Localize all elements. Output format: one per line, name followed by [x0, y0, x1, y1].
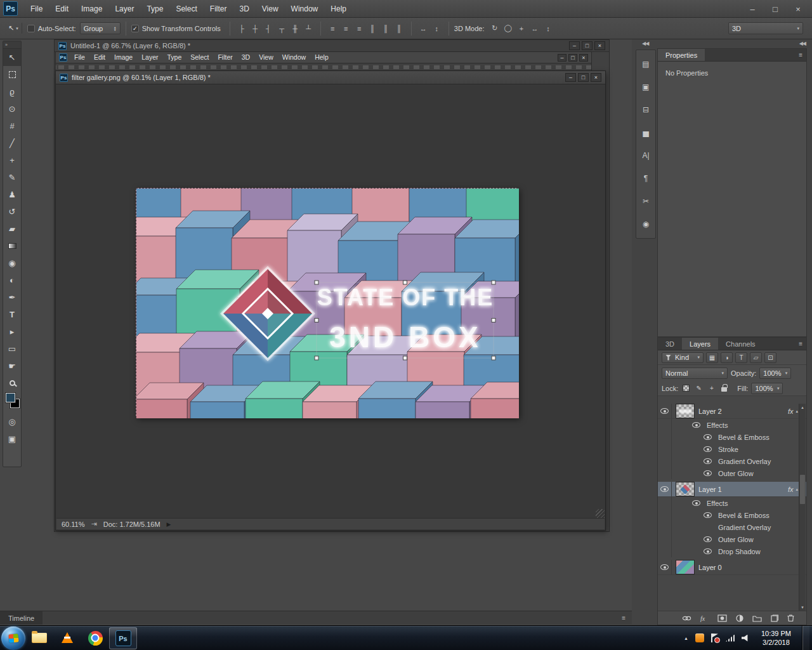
eraser-tool[interactable]: ▰: [3, 220, 21, 237]
crop-tool[interactable]: #: [3, 117, 21, 135]
document-viewport[interactable]: STATE OF THE 3ND BOX: [56, 84, 605, 518]
visibility-toggle[interactable]: [704, 512, 714, 518]
taskbar-vlc-button[interactable]: [53, 626, 81, 650]
character-panel-icon[interactable]: A|: [636, 144, 655, 167]
visibility-toggle[interactable]: [704, 536, 714, 542]
link-layers-icon[interactable]: [682, 614, 691, 622]
restore-icon[interactable]: □: [766, 3, 784, 15]
align-horizontal-centers-icon[interactable]: ┼: [249, 22, 262, 35]
move-tool[interactable]: ↖: [3, 49, 21, 66]
new-layer-icon[interactable]: [770, 614, 778, 622]
effect-row[interactable]: Outer Glow: [658, 533, 806, 545]
canvas[interactable]: STATE OF THE 3ND BOX: [136, 188, 518, 418]
visibility-toggle[interactable]: [704, 458, 714, 464]
notes-panel-icon[interactable]: ✂: [636, 190, 655, 213]
visibility-toggle[interactable]: [658, 560, 672, 574]
opacity-input[interactable]: 100% ▾: [759, 368, 791, 379]
auto-select-dropdown[interactable]: Group ▲▼: [80, 22, 121, 34]
marquee-tool[interactable]: [3, 66, 21, 83]
menu-item[interactable]: Window: [278, 52, 310, 63]
hand-tool[interactable]: ☛: [3, 357, 21, 375]
pen-tool[interactable]: ✒: [3, 289, 21, 306]
distribute-bottom-edges-icon[interactable]: ≡: [353, 22, 366, 35]
menu-item[interactable]: Edit: [49, 0, 75, 18]
blend-mode-dropdown[interactable]: Normal ▾: [662, 368, 728, 379]
distribute-horizontal-spacing-icon[interactable]: ↔: [417, 22, 430, 35]
action-center-flag-icon[interactable]: [711, 633, 719, 642]
close-icon[interactable]: ×: [591, 73, 601, 82]
effect-row[interactable]: Bevel & Emboss: [658, 431, 806, 443]
lock-transparency-icon[interactable]: [681, 383, 691, 393]
collapse-panels-chevron[interactable]: ◀◀: [642, 41, 648, 46]
layer-name[interactable]: Layer 1: [698, 486, 788, 493]
effect-row[interactable]: Stroke: [658, 443, 806, 455]
show-transform-checkbox[interactable]: ✓: [131, 25, 139, 32]
healing-brush-tool[interactable]: +: [3, 152, 21, 169]
lock-position-icon[interactable]: +: [707, 383, 716, 393]
visibility-toggle[interactable]: [704, 548, 714, 554]
tool-preset-picker[interactable]: ↖ ▾: [5, 23, 22, 34]
effect-row[interactable]: Drop Shadow: [658, 545, 806, 557]
visibility-toggle[interactable]: [692, 500, 703, 506]
quick-selection-tool[interactable]: ⊙: [3, 100, 21, 117]
eyedropper-tool[interactable]: ╱: [3, 135, 21, 152]
distribute-vertical-centers-icon[interactable]: ≡: [339, 22, 353, 35]
menu-item[interactable]: Edit: [89, 52, 110, 63]
align-top-edges-icon[interactable]: ┬: [275, 22, 289, 35]
start-button[interactable]: [1, 627, 25, 650]
visibility-toggle[interactable]: [704, 446, 714, 452]
panel-menu-icon[interactable]: ≡: [799, 49, 802, 61]
layer-name[interactable]: Layer 0: [698, 564, 798, 571]
auto-select-checkbox[interactable]: [27, 25, 35, 32]
collapse-effects-chevron[interactable]: ▴: [796, 487, 798, 492]
menu-item[interactable]: Help: [324, 0, 353, 18]
effect-row[interactable]: Gradient Overlay: [658, 455, 806, 467]
type-tool[interactable]: T: [3, 306, 21, 323]
fx-badge[interactable]: fx: [788, 486, 794, 493]
restore-icon[interactable]: □: [582, 41, 593, 50]
distribute-horizontal-centers-icon[interactable]: ║: [379, 22, 393, 35]
menu-item[interactable]: Layer: [108, 0, 140, 18]
tab-timeline[interactable]: Timeline: [0, 611, 43, 625]
3d-slide-icon[interactable]: ↔: [528, 22, 541, 35]
taskbar-photoshop-button[interactable]: Ps: [109, 627, 137, 649]
visibility-toggle[interactable]: [704, 470, 714, 476]
gradient-tool[interactable]: [3, 237, 21, 255]
filter-smart-objects-icon[interactable]: ⊡: [764, 352, 776, 363]
clone-source-panel-icon[interactable]: ⊟: [636, 98, 655, 121]
menu-item[interactable]: File: [24, 0, 49, 18]
effects-header-row[interactable]: Effects: [658, 497, 806, 509]
screen-mode-button[interactable]: ▣: [3, 430, 21, 448]
filter-shape-layers-icon[interactable]: ▱: [750, 352, 762, 363]
layer-row-layer-2[interactable]: Layer 2 fx ▴: [658, 404, 806, 419]
layer-thumbnail[interactable]: [676, 482, 695, 496]
network-icon[interactable]: [726, 635, 735, 642]
tab-properties[interactable]: Properties: [658, 49, 705, 61]
tab-3d[interactable]: 3D: [658, 338, 682, 350]
3d-drag-icon[interactable]: +: [514, 22, 528, 35]
menu-item[interactable]: View: [256, 0, 285, 18]
filter-kind-dropdown[interactable]: Kind ▾: [662, 352, 704, 363]
tray-app-icon[interactable]: [695, 633, 704, 642]
layer-thumbnail[interactable]: [676, 404, 695, 418]
menu-item[interactable]: Image: [75, 0, 108, 18]
path-selection-tool[interactable]: ▸: [3, 323, 21, 340]
device-preview-panel-icon[interactable]: ▣: [636, 76, 655, 98]
align-right-edges-icon[interactable]: ┤: [262, 22, 275, 35]
layer-row-layer-1-selected[interactable]: Layer 1 fx ▴: [658, 482, 806, 497]
scrollbar-thumb[interactable]: [800, 475, 805, 504]
close-icon[interactable]: ×: [594, 41, 605, 50]
menu-item[interactable]: Filter: [204, 0, 233, 18]
tab-layers[interactable]: Layers: [682, 338, 718, 350]
layer-style-fx-icon[interactable]: fx: [700, 614, 709, 622]
effects-header-row[interactable]: Effects: [658, 419, 806, 431]
3d-rotate-icon[interactable]: ↻: [488, 22, 501, 35]
distribute-left-edges-icon[interactable]: ║: [366, 22, 379, 35]
minimize-icon[interactable]: –: [569, 41, 580, 50]
zoom-level[interactable]: 60.11%: [62, 521, 85, 528]
mini-bridge-panel-icon[interactable]: ◉: [636, 213, 655, 235]
minimize-icon[interactable]: –: [558, 54, 566, 62]
visibility-toggle[interactable]: [658, 404, 672, 418]
menu-item[interactable]: Help: [310, 52, 333, 63]
nested-title-bar[interactable]: Ps FileEditImageLayerTypeSelectFilter3DV…: [56, 52, 591, 63]
